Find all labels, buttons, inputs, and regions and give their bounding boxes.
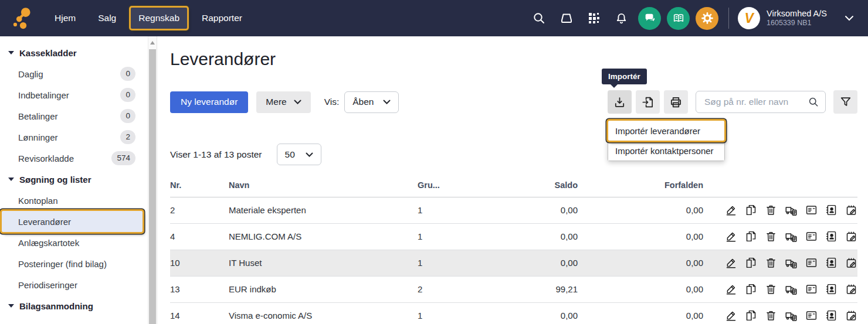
nav-item-salg[interactable]: Salg	[90, 8, 124, 29]
edit-icon[interactable]	[725, 283, 737, 295]
edit-icon[interactable]	[725, 230, 737, 243]
sidebar-item-periodiseringer[interactable]: Periodiseringer	[0, 274, 143, 295]
sidebar-item-anl-gskartotek[interactable]: Anlægskartotek	[0, 232, 143, 253]
edit-icon[interactable]	[725, 309, 737, 322]
card-icon[interactable]	[805, 309, 818, 322]
navbar-right: V Virksomhed A/S 1605339 NB1	[525, 6, 860, 30]
cell-actions	[703, 276, 857, 302]
sidebar-item-l-nninger[interactable]: Lønninger2	[0, 127, 143, 148]
count-badge: 0	[120, 109, 135, 123]
sidebar-item-revisorkladde[interactable]: Revisorkladde574	[0, 148, 143, 169]
note-icon[interactable]	[845, 283, 857, 295]
copy-icon[interactable]	[745, 309, 757, 322]
col-gruppe[interactable]: Gru...	[418, 173, 506, 197]
table-row[interactable]: 2Materiale eksperten10,000,00	[170, 197, 857, 223]
delete-icon[interactable]	[765, 204, 777, 216]
chevron-down-icon[interactable]	[845, 15, 854, 21]
delete-icon[interactable]	[765, 283, 777, 295]
contacts-icon[interactable]	[825, 257, 838, 269]
table-row[interactable]: 10IT Huset10,000,00	[170, 250, 857, 276]
delete-icon[interactable]	[765, 230, 777, 243]
sidebar-item-posteringer-find-bilag[interactable]: Posteringer (find bilag)	[0, 253, 143, 274]
table-row[interactable]: 4NEMLIG.COM A/S10,000,00	[170, 223, 857, 250]
e-conomic-logo-icon[interactable]	[11, 5, 35, 32]
search-icon[interactable]	[808, 96, 819, 108]
page-size-select[interactable]: 50	[277, 144, 321, 165]
new-supplier-button[interactable]: Ny leverandør	[170, 91, 248, 113]
search-input[interactable]	[703, 96, 808, 108]
view-filter-select[interactable]: Åben	[344, 91, 399, 113]
contacts-icon[interactable]	[825, 283, 838, 295]
nav-item-rapporter[interactable]: Rapporter	[194, 8, 250, 29]
nav-item-hjem[interactable]: Hjem	[47, 8, 83, 29]
scrollbar-thumb[interactable]	[149, 49, 156, 324]
menu-item-import-r-kontaktpersoner[interactable]: Importér kontaktpersoner	[608, 141, 724, 161]
cell-actions	[703, 197, 857, 223]
sidebar-section-bilagsanmodning[interactable]: Bilagsanmodning	[0, 295, 148, 316]
cell-gruppe: 1	[418, 197, 506, 223]
card-icon[interactable]	[805, 257, 818, 269]
search-icon[interactable]	[525, 6, 552, 30]
contacts-icon[interactable]	[825, 309, 838, 322]
import-button-wrap: Importér Importér leverandørerImportér k…	[608, 90, 632, 114]
delivery-icon[interactable]	[785, 230, 798, 243]
company-info[interactable]: Virksomhed A/S 1605339 NB1	[767, 8, 827, 28]
card-icon[interactable]	[805, 204, 818, 216]
col-navn[interactable]: Navn	[229, 173, 418, 197]
sidebar-section-kassekladder[interactable]: Kassekladder	[0, 42, 148, 63]
copy-icon[interactable]	[745, 257, 757, 269]
contacts-icon[interactable]	[825, 204, 838, 216]
col-nr[interactable]: Nr.	[170, 173, 229, 197]
chat-icon[interactable]	[638, 7, 661, 30]
sidebar-item-leverand-rer[interactable]: Leverandører	[2, 211, 143, 232]
file-import-icon[interactable]	[636, 90, 660, 114]
copy-icon[interactable]	[745, 204, 757, 216]
sidebar-item-kontoplan[interactable]: Kontoplan	[0, 190, 143, 211]
scrollbar-up-arrow[interactable]	[150, 41, 155, 45]
copy-icon[interactable]	[745, 230, 757, 243]
table-row[interactable]: 14Visma e-conomic A/S10,000,00	[170, 302, 857, 324]
company-avatar[interactable]: V	[738, 7, 760, 29]
copy-icon[interactable]	[745, 283, 757, 295]
note-icon[interactable]	[845, 204, 857, 216]
col-saldo[interactable]: Saldo	[506, 173, 578, 197]
edit-icon[interactable]	[725, 204, 737, 216]
chevron-down-icon	[294, 100, 301, 104]
sidebar-item-daglig[interactable]: Daglig0	[0, 63, 143, 84]
edit-icon[interactable]	[725, 257, 737, 269]
delivery-icon[interactable]	[785, 257, 798, 270]
cell-forfalden: 0,00	[578, 197, 703, 223]
print-icon[interactable]	[664, 90, 688, 114]
sidebar-item-label: Anlægskartotek	[18, 238, 79, 248]
cell-gruppe: 2	[418, 276, 506, 302]
import-icon[interactable]	[608, 90, 632, 114]
sidebar-section-s-gning-og-lister[interactable]: Søgning og lister	[0, 169, 148, 190]
delete-icon[interactable]	[765, 257, 777, 269]
col-forfalden[interactable]: Forfalden	[578, 173, 703, 197]
bell-icon[interactable]	[608, 6, 635, 30]
apps-grid-icon[interactable]	[580, 6, 608, 30]
delivery-icon[interactable]	[785, 204, 798, 217]
sidebar-scrollbar[interactable]	[148, 36, 157, 324]
card-icon[interactable]	[805, 283, 818, 295]
delete-icon[interactable]	[765, 309, 777, 322]
note-icon[interactable]	[845, 309, 857, 322]
note-icon[interactable]	[845, 230, 857, 243]
table-header-row: Nr. Navn Gru... Saldo Forfalden	[170, 173, 857, 197]
menu-item-import-r-leverand-rer[interactable]: Importér leverandører	[608, 121, 724, 141]
gear-icon[interactable]	[696, 7, 718, 30]
sidebar-item-betalinger[interactable]: Betalinger0	[0, 105, 143, 127]
sidebar-item-indbetalinger[interactable]: Indbetalinger0	[0, 84, 143, 105]
more-button[interactable]: Mere	[256, 91, 310, 113]
table-row[interactable]: 13EUR indkøb299,210,00	[170, 276, 857, 302]
card-icon[interactable]	[805, 230, 818, 243]
note-icon[interactable]	[845, 257, 857, 269]
delivery-icon[interactable]	[785, 283, 798, 296]
book-icon[interactable]	[667, 7, 690, 30]
nav-item-regnskab[interactable]: Regnskab	[131, 8, 187, 29]
filter-icon[interactable]	[833, 90, 857, 114]
inbox-icon[interactable]	[552, 6, 580, 30]
contacts-icon[interactable]	[825, 230, 838, 243]
delivery-icon[interactable]	[785, 309, 798, 322]
sidebar-item-label: Daglig	[18, 69, 43, 79]
